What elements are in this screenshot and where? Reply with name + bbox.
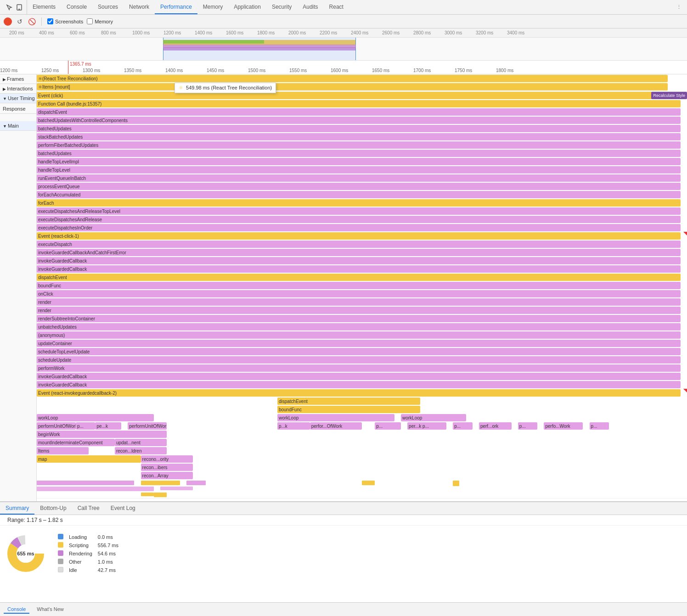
bar-workloop-3[interactable]: workLoop xyxy=(401,414,466,421)
main-row-35[interactable]: invokeGuardedCallback xyxy=(37,381,687,389)
main-row-21[interactable]: invokeGuardedCallback xyxy=(37,265,687,273)
main-row-23[interactable]: boundFunc xyxy=(37,281,687,290)
bar-foreach-accumulated[interactable]: forEachAccumulated xyxy=(37,191,681,198)
main-row-25[interactable]: render xyxy=(37,298,687,306)
bar-recon-array[interactable]: recon...Array xyxy=(141,472,193,479)
bar-schedule-top-level[interactable]: scheduleTopLevelUpdate xyxy=(37,348,681,355)
bar-batched-updates-2[interactable]: batchedUpdates xyxy=(37,150,681,157)
bar-handle-top[interactable]: handleTopLevel xyxy=(37,166,681,174)
perform-unit-row[interactable]: performUnitOfWork p... pe...k performUni… xyxy=(37,422,687,430)
reload-button[interactable]: ↺ xyxy=(16,17,24,26)
main-row-32[interactable]: scheduleUpdate xyxy=(37,356,687,364)
map-row[interactable]: map recono...ority xyxy=(37,455,687,463)
bar-punit-9[interactable]: p... xyxy=(453,422,472,430)
bar-punit-13[interactable]: p... xyxy=(590,422,609,430)
bar-punit-7[interactable]: p... xyxy=(375,422,401,430)
recon-ibers-row[interactable]: recon...ibers xyxy=(37,463,687,471)
bar-execute-dispatch-release-top[interactable]: executeDispatchesAndReleaseTopLevel xyxy=(37,207,681,215)
main-row-28[interactable]: unbatchedUpdates xyxy=(37,323,687,331)
bar-punit-8[interactable]: per...k p... xyxy=(407,422,446,430)
tab-application[interactable]: Application xyxy=(228,0,266,14)
main-row-6[interactable]: performFiberBatchedUpdates xyxy=(37,141,687,149)
bar-perform-fiber[interactable]: performFiberBatchedUpdates xyxy=(37,141,681,149)
bar-handle-top-impl[interactable]: handleTopLevelImpl xyxy=(37,158,681,165)
main-row-17[interactable]: Event (react-click-1) xyxy=(37,232,687,240)
tab-event-log[interactable]: Event Log xyxy=(105,503,141,515)
items-mount-bar[interactable]: ⚛ Items [mount] xyxy=(37,83,668,90)
bar-punit-2[interactable]: p... xyxy=(76,422,95,430)
main-row-24[interactable]: onClick xyxy=(37,290,687,298)
main-row-9[interactable]: handleTopLevel xyxy=(37,166,687,174)
main-row-5[interactable]: stackBatchedUpdates xyxy=(37,133,687,141)
bar-dispatch-event-2[interactable]: dispatchEvent xyxy=(37,274,681,281)
main-row-18[interactable]: executeDispatch xyxy=(37,240,687,248)
bar-execute-dispatch[interactable]: executeDispatch xyxy=(37,241,681,248)
bar-punit-6[interactable]: perfor...OfWork xyxy=(310,422,362,430)
section-frames[interactable]: ▶Frames xyxy=(0,74,36,84)
main-row-7[interactable]: batchedUpdates xyxy=(37,149,687,157)
main-row-3[interactable]: batchedUpdatesWithControlledComponents xyxy=(37,116,687,124)
whats-new-tab[interactable]: What's New xyxy=(33,605,67,614)
bar-event-click[interactable]: Event (click) xyxy=(37,92,681,99)
tab-network[interactable]: Network xyxy=(124,0,155,14)
tab-react[interactable]: React xyxy=(324,0,349,14)
main-row-20[interactable]: invokeGuardedCallback xyxy=(37,257,687,265)
main-row-29[interactable]: (anonymous) xyxy=(37,331,687,339)
device-icon[interactable] xyxy=(16,4,23,11)
bar-execute-dispatch-release[interactable]: executeDispatchesAndRelease xyxy=(37,216,681,223)
main-row-8[interactable]: handleTopLevelImpl xyxy=(37,157,687,166)
bar-recon-ibers[interactable]: recon...ibers xyxy=(141,464,193,471)
main-row-14[interactable]: executeDispatchesAndReleaseTopLevel xyxy=(37,207,687,215)
bar-foreach[interactable]: forEach xyxy=(37,199,681,207)
bar-workloop-2[interactable]: workLoop xyxy=(277,414,394,421)
main-row-30[interactable]: updateContainer xyxy=(37,339,687,347)
bar-schedule-update[interactable]: scheduleUpdate xyxy=(37,356,681,364)
section-interactions[interactable]: ▶Interactions xyxy=(0,84,36,94)
bar-punit-1[interactable]: performUnitOfWork xyxy=(37,422,76,430)
tab-bottom-up[interactable]: Bottom-Up xyxy=(34,503,72,515)
bar-stack-batched[interactable]: stackBatchedUpdates xyxy=(37,133,681,140)
main-row-33[interactable]: performWork xyxy=(37,364,687,372)
bar-render-subtree[interactable]: renderSubtreeIntoContainer xyxy=(37,315,681,322)
bar-event-react-click[interactable]: Event (react-click-1) xyxy=(37,232,681,240)
bar-items[interactable]: Items xyxy=(37,447,89,454)
bar-punit-10[interactable]: perf...ork xyxy=(479,422,512,430)
main-row-13[interactable]: forEach xyxy=(37,199,687,207)
timeline-overview[interactable]: 200 ms 400 ms 600 ms 800 ms 1000 ms 1200… xyxy=(0,28,687,61)
bar-execute-dispatch-order[interactable]: executeDispatchesInOrder xyxy=(37,224,681,231)
main-row-36[interactable]: Event (react-invokeguardedcallback-2) xyxy=(37,389,687,397)
items-mount-row[interactable]: ⚛ Items [mount] ⚛ 549.98 ms (React Tree … xyxy=(37,83,687,91)
items-row[interactable]: Items recon...ldren xyxy=(37,447,687,455)
main-row-15[interactable]: executeDispatchesAndRelease xyxy=(37,215,687,224)
main-row-37[interactable]: dispatchEvent xyxy=(37,397,687,405)
bar-update-container[interactable]: updateContainer xyxy=(37,340,681,347)
bar-render-1[interactable]: render xyxy=(37,298,681,306)
bar-workloop-1[interactable]: workLoop xyxy=(37,414,154,421)
bar-batched-updates-1[interactable]: batchedUpdates xyxy=(37,125,681,132)
right-panel[interactable]: ⚛ (React Tree Reconciliation) ⚛ Items [m… xyxy=(37,74,687,501)
screenshots-checkbox-label[interactable]: Screenshots xyxy=(47,18,83,24)
main-row-4[interactable]: batchedUpdates xyxy=(37,124,687,133)
tab-security[interactable]: Security xyxy=(266,0,297,14)
main-row-31[interactable]: scheduleTopLevelUpdate xyxy=(37,347,687,356)
memory-checkbox[interactable] xyxy=(87,18,93,24)
bar-event-invoke-guarded[interactable]: Event (react-invokeguardedcallback-2) xyxy=(37,389,681,397)
bar-onclick[interactable]: onClick xyxy=(37,290,681,297)
react-tree-row[interactable]: ⚛ (React Tree Reconciliation) xyxy=(37,74,687,83)
tab-summary[interactable]: Summary xyxy=(0,503,34,515)
tab-console[interactable]: Console xyxy=(61,0,92,14)
bar-invoke-guarded-first[interactable]: invokeGuardedCallbackAndCatchFirstError xyxy=(37,249,681,256)
flame-scroll[interactable]: ⚛ (React Tree Reconciliation) ⚛ Items [m… xyxy=(37,74,687,501)
bar-dispatch-partial[interactable]: dispatchEvent xyxy=(277,398,421,405)
bar-recon-ldren[interactable]: recon...ldren xyxy=(115,447,167,454)
tab-performance[interactable]: Performance xyxy=(155,0,197,14)
bar-invoke-guarded-2[interactable]: invokeGuardedCallback xyxy=(37,265,681,273)
bar-punit-11[interactable]: p... xyxy=(518,422,537,430)
main-row-27[interactable]: renderSubtreeIntoContainer xyxy=(37,314,687,323)
bar-mount-indet[interactable]: mountIndeterminateComponent xyxy=(37,439,115,446)
main-row-0[interactable]: Event (click) Recalculate Style xyxy=(37,91,687,100)
recon-array-row[interactable]: recon...Array xyxy=(37,471,687,480)
bar-punit-3[interactable]: pe...k xyxy=(95,422,121,430)
main-row-16[interactable]: executeDispatchesInOrder xyxy=(37,224,687,232)
bar-process-event-queue[interactable]: processEventQueue xyxy=(37,183,681,190)
